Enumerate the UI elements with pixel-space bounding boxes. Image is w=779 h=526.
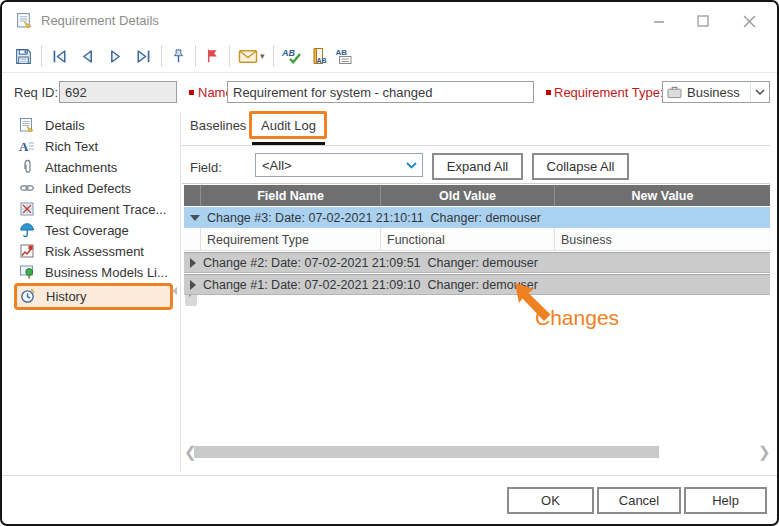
thesaurus-icon: AB — [310, 47, 327, 65]
risk-chart-icon — [19, 243, 36, 260]
sidebar-item-test-coverage[interactable]: Test Coverage — [16, 220, 176, 241]
sidebar-item-attachments[interactable]: Attachments — [16, 157, 176, 178]
column-header-old-value[interactable]: Old Value — [380, 185, 554, 206]
svg-text:A: A — [19, 139, 29, 154]
req-id-label: Req ID: — [14, 85, 58, 100]
expand-all-button[interactable]: Expand All — [432, 153, 523, 180]
pin-button[interactable] — [168, 44, 189, 68]
toolbar: ▾ AB AB AB — [12, 42, 356, 70]
toolbar-separator — [273, 45, 274, 67]
sidebar-item-label: Requirement Trace... — [45, 202, 166, 217]
scroll-right-icon[interactable]: ❯ — [758, 443, 771, 461]
requirement-details-dialog: Requirement Details ▾ AB AB AB Req ID: 6… — [0, 0, 779, 526]
svg-text:AB: AB — [282, 48, 295, 58]
change-group-label: Change #1: Date: 07-02-2021 21:09:10 Cha… — [203, 278, 538, 292]
req-id-value: 692 — [65, 85, 87, 100]
sidebar-item-label: Attachments — [45, 160, 117, 175]
horizontal-scrollbar-thumb[interactable] — [194, 446, 659, 458]
field-filter-label: Field: — [190, 160, 222, 175]
help-button[interactable]: Help — [684, 487, 767, 514]
document-edit-icon — [19, 117, 36, 134]
change-group-label: Change #3: Date: 07-02-2021 21:10:11 Cha… — [207, 211, 541, 225]
email-icon — [238, 48, 258, 65]
email-dropdown-caret[interactable]: ▾ — [260, 51, 265, 61]
first-record-button[interactable] — [48, 44, 71, 68]
column-header-field-name[interactable]: Field Name — [200, 185, 380, 206]
change-group-row-3[interactable]: Change #3: Date: 07-02-2021 21:10:11 Cha… — [184, 207, 770, 228]
toolbar-separator — [161, 45, 162, 67]
detail-old-value: Functional — [380, 228, 554, 251]
maximize-button[interactable] — [690, 10, 716, 32]
chevron-down-icon[interactable] — [750, 82, 769, 102]
sidebar-item-label: Test Coverage — [45, 223, 129, 238]
next-record-icon — [106, 47, 125, 66]
change-group-row-1[interactable]: Change #1: Date: 07-02-2021 21:09:10 Cha… — [184, 274, 770, 295]
audit-log-highlight-box — [249, 111, 327, 139]
email-button[interactable]: ▾ — [236, 44, 267, 68]
footer-divider — [2, 475, 779, 476]
next-record-button[interactable] — [104, 44, 127, 68]
toolbar-divider — [2, 72, 779, 73]
follow-up-flag-icon — [204, 47, 221, 65]
tab-baselines[interactable]: Baselines — [190, 118, 246, 133]
toolbar-separator — [41, 45, 42, 67]
save-icon — [14, 47, 33, 66]
umbrella-icon — [19, 222, 36, 239]
chevron-down-icon[interactable] — [400, 154, 422, 176]
ok-button[interactable]: OK — [507, 487, 594, 514]
requirement-type-combo[interactable]: Business — [662, 81, 770, 103]
flag-button[interactable] — [202, 44, 223, 68]
requirement-type-label: Requirement Type: — [554, 85, 664, 100]
expand-triangle-icon[interactable] — [190, 258, 196, 268]
pin-icon — [170, 47, 187, 65]
sidebar-item-history[interactable]: History — [14, 283, 173, 310]
thesaurus-button[interactable]: AB — [308, 44, 329, 68]
previous-record-icon — [78, 47, 97, 66]
last-record-button[interactable] — [132, 44, 155, 68]
sidebar-item-label: Linked Defects — [45, 181, 131, 196]
sidebar-item-business-models[interactable]: Business Models Li... — [16, 262, 176, 283]
chain-link-icon — [19, 180, 36, 197]
column-header-new-value[interactable]: New Value — [554, 185, 770, 206]
change-group-row-2[interactable]: Change #2: Date: 07-02-2021 21:09:51 Cha… — [184, 252, 770, 273]
sidebar-item-label: Business Models Li... — [45, 265, 168, 280]
splitter-collapse-icon[interactable] — [172, 287, 177, 295]
collapse-all-button[interactable]: Collapse All — [532, 153, 629, 180]
sidebar-item-risk-assessment[interactable]: Risk Assessment — [16, 241, 176, 262]
detail-new-value: Business — [554, 228, 770, 251]
required-marker — [189, 90, 194, 95]
close-button[interactable] — [736, 10, 762, 32]
previous-record-button[interactable] — [76, 44, 99, 68]
sidebar-item-requirement-traceability[interactable]: Requirement Trace... — [16, 199, 176, 220]
cancel-button[interactable]: Cancel — [597, 487, 681, 514]
req-id-field: 692 — [59, 81, 177, 103]
save-button[interactable] — [12, 44, 35, 68]
minimize-button[interactable] — [646, 10, 672, 32]
sidebar-item-details[interactable]: Details — [16, 115, 176, 136]
sidebar-divider — [180, 112, 181, 472]
annotation-changes-label: Changes — [535, 306, 619, 330]
last-record-icon — [134, 47, 153, 66]
spelling-options-button[interactable]: AB — [333, 44, 356, 68]
paperclip-icon — [19, 159, 36, 176]
sidebar-item-rich-text[interactable]: A Rich Text — [16, 136, 176, 157]
expand-triangle-icon[interactable] — [190, 280, 196, 290]
dialog-icon — [16, 12, 33, 33]
rich-text-icon: A — [19, 138, 36, 155]
collapse-triangle-icon[interactable] — [190, 215, 200, 221]
name-field[interactable]: Requirement for system - changed — [227, 81, 534, 103]
detail-field-name: Requirement Type — [200, 228, 380, 251]
field-filter-select[interactable]: <All> — [255, 153, 423, 177]
sidebar-item-linked-defects[interactable]: Linked Defects — [16, 178, 176, 199]
first-record-icon — [50, 47, 69, 66]
required-marker — [546, 90, 551, 95]
dialog-title: Requirement Details — [41, 13, 159, 28]
svg-text:AB: AB — [316, 57, 326, 64]
filter-divider — [182, 183, 770, 184]
change-detail-row[interactable]: Requirement Type Functional Business — [184, 228, 770, 251]
spell-check-button[interactable]: AB — [280, 44, 304, 68]
toolbar-separator — [195, 45, 196, 67]
clock-icon — [20, 288, 37, 305]
check-spelling-icon: AB — [282, 47, 302, 65]
toolbar-separator — [229, 45, 230, 67]
